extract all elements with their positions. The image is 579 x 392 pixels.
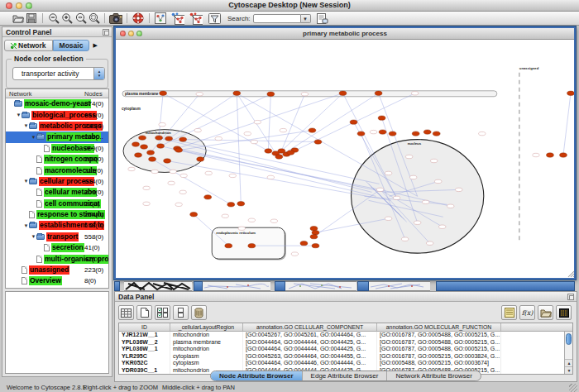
expand-arrow-icon[interactable]: ▼ xyxy=(31,135,36,140)
canvas-resize-grip-icon[interactable] xyxy=(568,271,574,277)
network-node-highlighted[interactable] xyxy=(314,140,322,144)
network-node-highlighted[interactable] xyxy=(312,230,319,234)
network-node-highlighted[interactable] xyxy=(156,136,163,140)
tree-col-nodes[interactable]: Nodes xyxy=(84,89,103,98)
close-window-icon[interactable] xyxy=(6,2,12,9)
float-panel-icon[interactable] xyxy=(103,29,109,36)
attribute-grid-icon[interactable] xyxy=(118,305,134,320)
attribute-browser-tab[interactable]: Edge Attribute Browser xyxy=(302,371,387,380)
expand-arrow-icon[interactable]: ▼ xyxy=(31,234,36,239)
delete-attribute-icon[interactable] xyxy=(191,305,207,320)
network-node-highlighted[interactable] xyxy=(165,136,173,141)
import-attributes-icon[interactable] xyxy=(538,305,553,320)
network-node-highlighted[interactable] xyxy=(560,153,567,157)
network-node-highlighted[interactable] xyxy=(350,120,357,124)
float-data-panel-icon[interactable] xyxy=(567,294,574,300)
expand-arrow-icon[interactable]: ▼ xyxy=(23,123,29,128)
network-tree-item[interactable]: ▼transport558(0) xyxy=(6,232,108,242)
network-node-highlighted[interactable] xyxy=(139,136,146,140)
network-node-plain[interactable] xyxy=(143,202,150,205)
table-column-header[interactable]: ID xyxy=(119,323,170,331)
new-network-from-selected-nodes-icon[interactable] xyxy=(171,12,184,25)
network-node-plain[interactable] xyxy=(426,241,433,245)
minimize-window-icon[interactable] xyxy=(16,2,22,9)
network-window-zoom-icon[interactable] xyxy=(136,31,142,36)
network-view-window[interactable]: primary metabolic process plasma membran… xyxy=(114,26,576,280)
network-tree-item[interactable]: ▼primary metabo209(... xyxy=(6,131,108,142)
zoom-fit-icon[interactable] xyxy=(74,12,87,25)
zoom-selected-region-icon[interactable] xyxy=(87,12,100,25)
snapshot-icon[interactable] xyxy=(109,12,122,25)
network-node-plain[interactable] xyxy=(393,196,400,199)
open-session-icon[interactable] xyxy=(12,12,25,25)
zoom-out-icon[interactable] xyxy=(47,12,60,25)
network-node-highlighted[interactable] xyxy=(149,157,156,161)
attribute-list-icon[interactable] xyxy=(501,305,517,320)
network-node-plain[interactable] xyxy=(385,171,391,174)
network-node-highlighted[interactable] xyxy=(378,116,385,120)
scrollbar-thumb[interactable] xyxy=(566,333,572,345)
network-tree-item[interactable]: Overview8(0) xyxy=(6,275,108,286)
save-session-icon[interactable] xyxy=(25,12,38,25)
network-node-highlighted[interactable] xyxy=(275,155,283,159)
background-window-edge[interactable] xyxy=(194,281,203,291)
network-node-plain[interactable] xyxy=(422,200,428,203)
network-node-highlighted[interactable] xyxy=(233,91,241,95)
network-node-highlighted[interactable] xyxy=(423,130,431,134)
search-dropdown-icon[interactable]: ▼ xyxy=(301,14,311,23)
network-node-plain[interactable] xyxy=(175,203,182,206)
network-window-minimize-icon[interactable] xyxy=(128,31,134,36)
search-input[interactable] xyxy=(253,14,301,23)
network-node-plain[interactable] xyxy=(414,221,420,224)
network-node-highlighted[interactable] xyxy=(547,153,554,157)
network-node-plain[interactable] xyxy=(254,120,261,123)
network-node-plain[interactable] xyxy=(447,204,454,208)
tab-network[interactable]: Network xyxy=(4,40,53,51)
network-node-plain[interactable] xyxy=(143,186,150,189)
new-network-from-selected-edges-icon[interactable] xyxy=(189,12,203,25)
search-config-icon[interactable] xyxy=(316,12,329,25)
network-canvas[interactable]: plasma membranecytoplasmmitochondrionnuc… xyxy=(116,40,574,278)
table-column-header[interactable]: annotation.GO CELLULAR_COMPONENT xyxy=(243,323,377,331)
background-window[interactable] xyxy=(285,281,356,291)
network-node-highlighted[interactable] xyxy=(157,144,165,148)
node-color-attribute-select[interactable]: transporter activity ▲▼ xyxy=(12,67,105,80)
network-node-highlighted[interactable] xyxy=(375,91,382,95)
attribute-browser-tab[interactable]: Node Attribute Browser xyxy=(211,371,302,380)
resize-grip-icon[interactable] xyxy=(569,384,577,392)
network-node-highlighted[interactable] xyxy=(190,213,198,217)
network-node-highlighted[interactable] xyxy=(267,92,275,96)
network-node-plain[interactable] xyxy=(180,174,187,177)
network-node-plain[interactable] xyxy=(280,128,286,131)
network-node-plain[interactable] xyxy=(248,218,255,222)
network-node-highlighted[interactable] xyxy=(567,91,574,95)
network-node-plain[interactable] xyxy=(267,175,274,179)
select-attributes-icon[interactable] xyxy=(155,305,170,320)
network-node-highlighted[interactable] xyxy=(132,142,140,146)
network-node-plain[interactable] xyxy=(229,174,236,177)
network-node-plain[interactable] xyxy=(215,136,222,140)
scroll-up-icon[interactable]: ▲ xyxy=(565,359,573,366)
network-node-highlighted[interactable] xyxy=(147,151,155,155)
zoom-window-icon[interactable] xyxy=(26,2,32,9)
network-node-highlighted[interactable] xyxy=(433,131,440,136)
network-tree-item[interactable]: ▼metabolic process280(0) xyxy=(6,121,108,131)
network-node-plain[interactable] xyxy=(301,93,308,96)
network-tree-item[interactable]: secretion41(0) xyxy=(6,242,108,253)
network-tree-item[interactable]: cell communicat22(0) xyxy=(6,198,108,209)
background-window-edge[interactable] xyxy=(436,281,575,291)
network-node-plain[interactable] xyxy=(385,217,391,220)
network-node-highlighted[interactable] xyxy=(175,148,183,152)
network-tree-item[interactable]: nitrogen compo209(0) xyxy=(6,154,108,165)
network-node-plain[interactable] xyxy=(434,179,441,183)
expand-arrow-icon[interactable]: ▼ xyxy=(23,223,29,228)
table-column-header[interactable]: _cellularLayoutRegion xyxy=(170,323,243,331)
table-row[interactable]: YPL036W__2plasma membrane[GO:0044464, GO… xyxy=(119,339,572,347)
network-tree-item[interactable]: nucleobase-209(0) xyxy=(6,143,108,154)
network-node-plain[interactable] xyxy=(170,170,176,173)
network-tree-item[interactable]: response to stimulu264(0) xyxy=(6,209,108,220)
network-node-plain[interactable] xyxy=(533,153,539,156)
network-node-highlighted[interactable] xyxy=(310,227,318,231)
table-row[interactable]: YLR295Ccytoplasm[GO:0045263, GO:0044464,… xyxy=(119,353,572,361)
network-node-plain[interactable] xyxy=(370,130,376,133)
